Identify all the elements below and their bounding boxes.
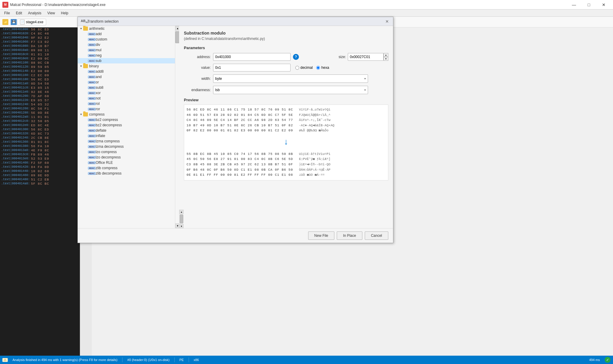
hex-line[interactable]: .text|000401420:84 FA 0D (0, 165, 80, 169)
tree-scroll-thumb[interactable] (175, 31, 179, 43)
tree-item-deflate[interactable]: ABAC deflate (78, 128, 175, 133)
status-format[interactable]: PE (179, 358, 184, 362)
hex-line[interactable]: .text|000401200:7D AF 60 (0, 94, 80, 98)
hexa-radio-label[interactable]: hexa (316, 66, 329, 70)
hex-line[interactable]: .text|0004011c0:E3 85 15 (0, 86, 80, 90)
minimize-button[interactable]: — (567, 0, 581, 10)
value-input[interactable] (213, 64, 291, 71)
tree-item-lzodecompress[interactable]: ABAC lzo decompress (78, 155, 175, 160)
tree-item-sub[interactable]: ABAC sub (78, 58, 175, 63)
hex-line[interactable]: .text|000401040:0F 82 E2 (0, 36, 80, 40)
hex-line[interactable]: .text|000401460:09 8E 0D (0, 173, 80, 178)
tree-item-rol[interactable]: ABAC rol (78, 101, 175, 106)
new-file-button[interactable]: New File (308, 231, 335, 240)
hex-line[interactable]: .text|0004010e0:E2 09 0C (0, 57, 80, 61)
hex-line[interactable]: .text|000401340:2C CB 8E (0, 136, 80, 140)
save-icon[interactable]: 💾 (11, 19, 17, 25)
menu-edit[interactable]: Edit (13, 10, 25, 16)
status-section[interactable]: #0 (header:0) (1/0x1 on-disk) (127, 358, 170, 362)
hex-line[interactable]: .text|0004012c0:32 50 05 (0, 119, 80, 123)
close-button[interactable]: ✕ (597, 0, 611, 10)
hex-line[interactable]: .text|0004013a0:4E F9 8C (0, 148, 80, 153)
hex-line[interactable]: .text|000401160:C2 EC 09 (0, 73, 80, 77)
hex-line[interactable]: .text|000401100:08 0C CB (0, 61, 80, 65)
tree-item-div[interactable]: ABAC div (78, 42, 175, 47)
hex-line[interactable]: .text|000401260:8C 56 F1 (0, 107, 80, 111)
tree-item-bz2decompress[interactable]: ABAC bz2 decompress (78, 122, 175, 128)
size-input[interactable] (348, 53, 384, 61)
tree-folder-arithmetic[interactable]: ▼ arithmetic (78, 26, 175, 31)
hex-line[interactable]: .text|0004011a0:0D 54 58 (0, 82, 80, 86)
info-scrollbar[interactable]: ▲ ▼ (179, 210, 183, 228)
status-arch[interactable]: x86 (194, 358, 199, 362)
endianness-select[interactable]: lsb msb (213, 86, 368, 94)
tree-item-and[interactable]: ABAC and (78, 74, 175, 80)
hex-line[interactable]: .text|000401380:56 FA 10 (0, 144, 80, 148)
tree-item-bz2compress[interactable]: ABAC bz2 compress (78, 117, 175, 122)
info-scroll-thumb[interactable] (180, 214, 183, 223)
tree-scroll-inner[interactable]: ▼ arithmetic ABAC add ABAC custom ABAC d… (78, 26, 175, 228)
tree-item-mul[interactable]: ABAC mul (78, 47, 175, 53)
size-increment-button[interactable]: ▲ (384, 53, 388, 57)
width-select[interactable]: byte word dword qword (213, 74, 368, 83)
decimal-radio-label[interactable]: decimal (295, 66, 313, 70)
hex-line[interactable]: .text|000401240:54 05 32 (0, 102, 80, 107)
info-scroll-down[interactable]: ▼ (179, 224, 184, 228)
hex-line[interactable]: .text|0004011e0:92 8E 46 (0, 90, 80, 94)
tree-item-sub8[interactable]: ABAC sub8 (78, 85, 175, 90)
hex-line[interactable]: .text|0004013e0:52 53 E9 (0, 157, 80, 161)
hex-line[interactable]: .text|000401140:E2 00 00 (0, 69, 80, 73)
hex-line[interactable]: .text|000401300:56 8C ED (0, 127, 80, 132)
tree-item-lzmadecompress[interactable]: ABAC lzma decompress (78, 144, 175, 149)
tree-item-not[interactable]: ABAC not (78, 96, 175, 101)
hex-line[interactable]: .text|000401320:6D 8C 73 (0, 132, 80, 136)
menu-view[interactable]: View (44, 10, 58, 16)
tree-scroll-up[interactable]: ▲ (175, 26, 179, 31)
tree-scroll-track[interactable] (175, 31, 179, 223)
dialog-close-button[interactable]: ✕ (384, 18, 390, 24)
hex-line[interactable]: .text|0004010a0:09 00 11 (0, 48, 80, 52)
address-input[interactable] (213, 53, 291, 61)
tree-folder-compress[interactable]: ▼ compress (78, 112, 175, 117)
tree-item-or[interactable]: ABAC or (78, 80, 175, 85)
tree-scrollbar[interactable]: ▲ ▼ (175, 26, 179, 228)
tree-item-neg[interactable]: ABAC neg (78, 53, 175, 58)
hex-line[interactable]: .text|000401080:DA 10 B7 (0, 44, 80, 48)
decimal-radio[interactable] (295, 66, 299, 70)
hex-line[interactable]: .text|000401120:89 59 05 (0, 65, 80, 69)
tree-item-lzocompress[interactable]: ABAC lzo compress (78, 149, 175, 155)
in-place-button[interactable]: In Place (337, 231, 362, 240)
tree-item-officerle[interactable]: ABAC Office RLE (78, 160, 175, 165)
tree-item-add[interactable]: ABAC add (78, 31, 175, 37)
tree-item-zlibcompress[interactable]: ABAC zlib compress (78, 165, 175, 171)
tree-item-inflate[interactable]: ABAC inflate (78, 133, 175, 139)
info-scroll-area[interactable]: Substraction modulo (defined in C:\malca… (179, 26, 393, 210)
hex-line[interactable]: .text|000401220:E9 05 57 (0, 98, 80, 102)
hex-line[interactable]: .text|0004010c0:01 81 10 (0, 52, 80, 57)
info-scroll-track[interactable] (179, 214, 183, 224)
tree-scroll-down[interactable]: ▼ (175, 223, 179, 228)
hex-line[interactable]: .text|0004012a0:11 01 01 (0, 115, 80, 119)
tree-item-add8[interactable]: ABAC add8 (78, 69, 175, 74)
tree-item-zlibdecompress[interactable]: ABAC zlib decompress (78, 171, 175, 176)
tree-item-lzmacompress[interactable]: ABAC lzma compress (78, 139, 175, 144)
size-decrement-button[interactable]: ▼ (384, 57, 388, 61)
tree-item-xor[interactable]: ABAC xor (78, 90, 175, 96)
hex-line[interactable]: .text|000401180:56 8C ED (0, 77, 80, 82)
tree-item-custom[interactable]: ABAC custom (78, 37, 175, 42)
menu-file[interactable]: File (1, 10, 13, 16)
hex-line[interactable]: .text|0004014a0:5F 8C BC (0, 182, 80, 186)
hex-line[interactable]: .text|000401000:56 8C ED (0, 27, 80, 32)
hex-line[interactable]: .text|000401020:C4 8C 46 (0, 32, 80, 36)
hex-line[interactable]: .text|000401400:F2 5F 60 (0, 161, 80, 165)
info-scroll-up[interactable]: ▲ (179, 210, 184, 214)
help-icon[interactable]: ? (293, 54, 299, 60)
hex-line[interactable]: .text|000401440:10 02 60 (0, 169, 80, 173)
hex-line[interactable]: .text|000401060:F7 C3 02 (0, 40, 80, 44)
maximize-button[interactable]: □ (582, 0, 596, 10)
hex-line[interactable]: .text|000401480:51 C2 EB (0, 178, 80, 182)
open-folder-icon[interactable]: 📁 (2, 19, 8, 25)
menu-analysis[interactable]: Analysis (25, 10, 44, 16)
hexa-radio[interactable] (316, 66, 320, 70)
menu-help[interactable]: Help (58, 10, 72, 16)
